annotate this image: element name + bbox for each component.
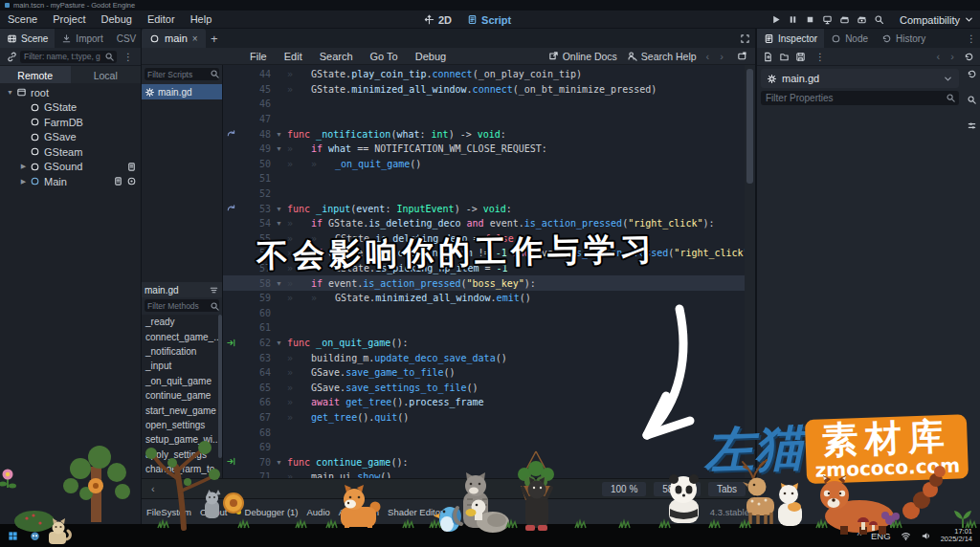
code-line-68[interactable]: 68 — [223, 425, 745, 440]
fold-arrow-icon[interactable]: ▼ — [271, 280, 287, 287]
methods-scrollbar[interactable] — [218, 315, 222, 458]
bottom-panel-output[interactable]: Output — [200, 507, 228, 517]
windows-start-button[interactable] — [8, 531, 18, 541]
code-line-45[interactable]: 45»GState.minimized_all_window.connect(_… — [223, 82, 745, 98]
method-item[interactable]: _ready — [142, 315, 222, 329]
script-menu-go-to[interactable]: Go To — [362, 51, 407, 62]
bottom-panel-animation[interactable]: Animation — [339, 507, 379, 517]
load-resource-icon[interactable] — [779, 52, 790, 62]
code-line-59[interactable]: 59»»GState.minimized_all_window.emit() — [223, 291, 745, 306]
code-scrollbar[interactable] — [745, 65, 755, 478]
tab-node[interactable]: Node — [824, 29, 875, 48]
code-line-69[interactable]: 69 — [223, 440, 745, 455]
code-line-65[interactable]: 65»GSave.save_settings_to_file() — [223, 380, 745, 395]
code-line-61[interactable]: 61 — [223, 320, 745, 336]
instance-scene-button[interactable] — [7, 52, 17, 62]
tab-local[interactable]: Local — [71, 66, 142, 84]
zoom-level[interactable]: 100 % — [602, 482, 646, 496]
script-icon[interactable] — [126, 162, 137, 172]
scene-menu-button[interactable]: ⋮ — [120, 52, 137, 62]
speaker-icon[interactable] — [921, 531, 931, 541]
method-item[interactable]: setup_game_wi... — [142, 432, 222, 447]
code-line-67[interactable]: 67»get_tree().quit() — [223, 410, 745, 426]
code-line-50[interactable]: 50»»_on_quit_game() — [223, 157, 745, 172]
tree-node-gstate[interactable]: GState — [0, 100, 141, 116]
movie-maker-button[interactable] — [874, 14, 884, 25]
code-line-52[interactable]: 52 — [223, 186, 745, 202]
tree-node-gsound[interactable]: ▶GSound — [0, 160, 141, 175]
edited-resource-row[interactable]: main.gd — [761, 69, 959, 88]
search-docs-icon[interactable] — [967, 95, 977, 105]
fold-arrow-icon[interactable]: ▼ — [271, 145, 287, 152]
method-item[interactable]: continue_game — [142, 388, 222, 403]
fold-arrow-icon[interactable]: ▼ — [271, 339, 287, 346]
dock-tab-csv[interactable]: CSV — [110, 29, 144, 48]
menu-scene[interactable]: Scene — [0, 11, 45, 28]
inspector-dock-menu-icon[interactable]: ⋮ — [963, 29, 980, 48]
pause-button[interactable] — [788, 14, 798, 25]
menu-debug[interactable]: Debug — [93, 11, 139, 28]
menu-help[interactable]: Help — [183, 11, 220, 28]
code-line-64[interactable]: 64»GSave.save_game_to_file() — [223, 365, 745, 381]
script-menu-edit[interactable]: Edit — [276, 51, 311, 62]
tab-remote[interactable]: Remote — [0, 66, 71, 84]
tree-node-farmdb[interactable]: FarmDB — [0, 115, 141, 130]
method-item[interactable]: _notification — [142, 344, 222, 359]
fold-arrow-icon[interactable]: ▼ — [271, 220, 287, 227]
menu-editor[interactable]: Editor — [140, 11, 183, 28]
code-line-58[interactable]: 58▼»if event.is_action_pressed("boss_key… — [223, 275, 745, 291]
new-resource-icon[interactable] — [763, 52, 773, 62]
tab-main-gd[interactable]: main × — [142, 29, 206, 48]
tree-node-root[interactable]: ▼root — [0, 85, 141, 100]
h-scroll-left-icon[interactable]: ‹ — [151, 483, 155, 494]
workspace-script[interactable]: Script — [467, 14, 511, 26]
bottom-panel-debugger-1-[interactable]: Debugger (1) — [236, 507, 299, 517]
method-item[interactable]: apply_settings — [142, 448, 222, 462]
workspace-2d[interactable]: 2D — [424, 14, 452, 26]
tab-history[interactable]: History — [875, 29, 932, 48]
dock-tab-import[interactable]: Import — [55, 29, 109, 48]
method-item[interactable]: _input — [142, 359, 222, 373]
method-item[interactable]: start_new_game — [142, 403, 222, 417]
script-item-main.gd[interactable]: main.gd — [142, 84, 222, 99]
code-line-70[interactable]: 70▼func continue_game(): — [223, 454, 745, 470]
bottom-panel-audio[interactable]: Audio — [307, 507, 330, 517]
fold-arrow-icon[interactable]: ▼ — [271, 459, 287, 466]
scene-filter-input[interactable] — [20, 51, 117, 63]
play-custom-scene-button[interactable] — [857, 14, 867, 25]
tab-inspector[interactable]: Inspector — [757, 29, 824, 48]
filter-methods-input[interactable] — [145, 299, 219, 312]
script-icon[interactable] — [113, 176, 123, 186]
fold-arrow-icon[interactable]: ▼ — [271, 206, 287, 212]
code-line-62[interactable]: 62▼func _on_quit_game(): — [223, 336, 745, 351]
code-line-53[interactable]: 53▼func _input(event: InputEvent) -> voi… — [223, 201, 745, 216]
script-history-back-forward[interactable]: ‹ › — [706, 51, 727, 62]
method-item[interactable]: connect_game_... — [142, 329, 222, 343]
wifi-icon[interactable] — [901, 531, 911, 541]
code-line-44[interactable]: 44»GState.play_coin_tip.connect(_on_play… — [223, 67, 745, 82]
menu-project[interactable]: Project — [45, 11, 93, 28]
property-filter-icon[interactable] — [967, 120, 977, 131]
code-line-54[interactable]: 54▼»if GState.is_deleting_deco and event… — [223, 216, 745, 231]
play-scene-button[interactable] — [839, 14, 850, 25]
code-line-46[interactable]: 46 — [223, 97, 745, 112]
code-line-49[interactable]: 49▼»if what == NOTIFICATION_WM_CLOSE_REQ… — [223, 142, 745, 157]
float-panel-icon[interactable] — [737, 51, 747, 61]
filter-properties-input[interactable] — [761, 91, 959, 105]
tray-expand-button[interactable]: ^ — [858, 531, 861, 540]
godot-taskbar-icon[interactable] — [30, 531, 40, 541]
new-script-tab-button[interactable]: + — [206, 32, 223, 46]
tree-node-main[interactable]: ▶Main — [0, 174, 141, 189]
inspector-history-arrows[interactable]: ‹ › — [937, 51, 958, 62]
code-line-63[interactable]: 63»building_m.update_deco_save_data() — [223, 350, 745, 365]
script-menu-debug[interactable]: Debug — [407, 51, 455, 62]
method-item[interactable]: change_farm_to — [142, 462, 222, 476]
history-icon[interactable] — [964, 52, 974, 62]
filter-scripts-input[interactable] — [145, 68, 219, 80]
resource-extra-menu[interactable]: ⋮ — [812, 52, 829, 62]
play-button[interactable] — [770, 14, 781, 25]
object-history-icon[interactable] — [967, 69, 977, 79]
bottom-panel-shader-editor[interactable]: Shader Editor — [388, 507, 443, 517]
language-indicator[interactable]: ENG — [871, 531, 891, 541]
code-line-71[interactable]: 71»main_ui.show() — [223, 470, 745, 478]
